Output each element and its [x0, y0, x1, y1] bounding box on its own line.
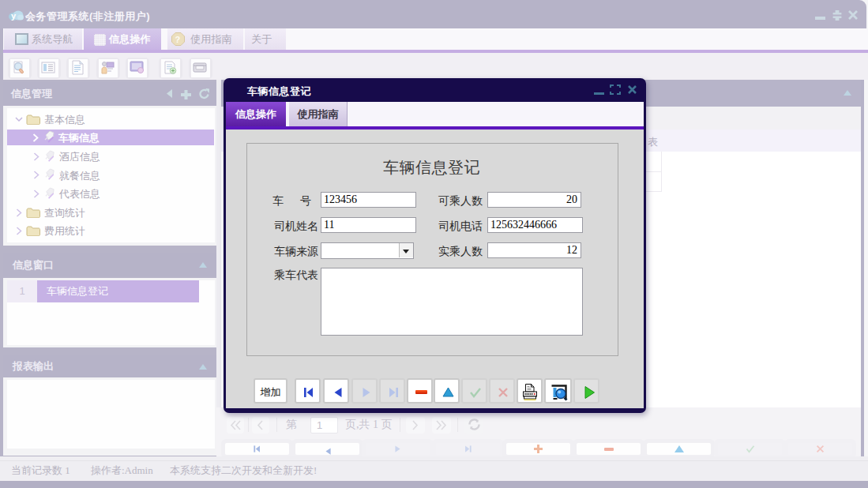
svg-text:?: ?: [175, 35, 181, 44]
svg-text:y: y: [11, 11, 17, 21]
